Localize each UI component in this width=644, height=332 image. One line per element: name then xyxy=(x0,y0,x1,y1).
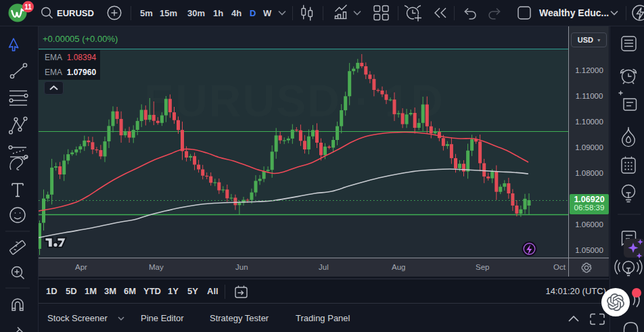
svg-text:11: 11 xyxy=(24,3,32,11)
svg-text:EURUSD · 1D: EURUSD · 1D xyxy=(144,76,444,126)
